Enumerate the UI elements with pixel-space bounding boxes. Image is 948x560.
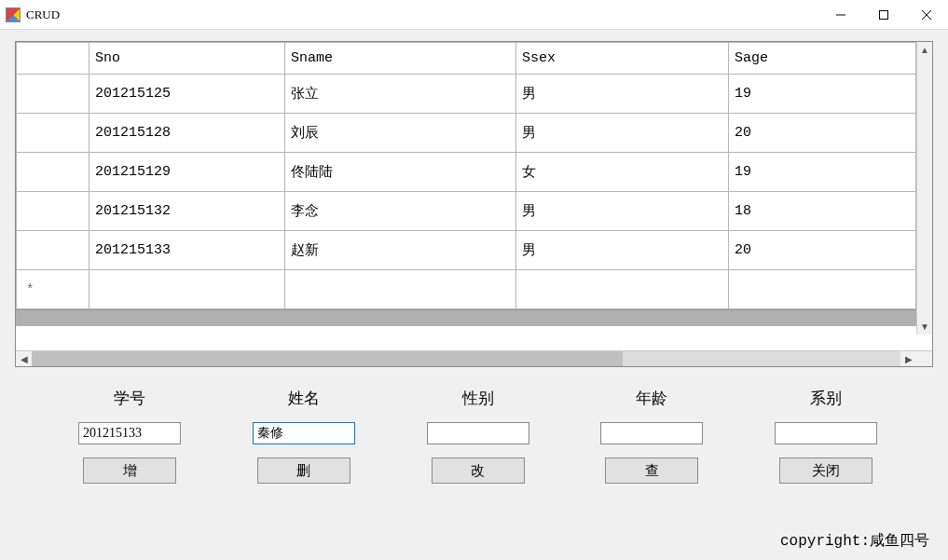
label-sdept: 系别 <box>810 388 842 409</box>
app-icon <box>6 7 21 22</box>
cell-sage[interactable]: 20 <box>729 231 916 270</box>
table-row[interactable]: 201215129 佟陆陆 女 19 <box>17 153 916 192</box>
close-button[interactable]: 关闭 <box>779 458 872 484</box>
scroll-down-icon[interactable]: ▼ <box>917 319 932 335</box>
svg-rect-1 <box>880 10 888 19</box>
scroll-right-icon[interactable]: ▶ <box>900 351 916 366</box>
label-sage: 年龄 <box>636 388 667 409</box>
cell-sname[interactable]: 佟陆陆 <box>285 153 516 192</box>
grid-vertical-scrollbar[interactable]: ▲ ▼ <box>916 42 932 335</box>
row-header[interactable] <box>17 192 89 231</box>
new-row[interactable]: * <box>17 270 916 309</box>
cell-sname[interactable] <box>285 270 516 309</box>
cell-ssex[interactable]: 男 <box>516 231 729 270</box>
form-area: 学号 增 姓名 删 性别 改 年龄 查 系别 关闭 <box>15 388 933 484</box>
row-header[interactable] <box>17 75 89 114</box>
cell-sname[interactable]: 赵新 <box>285 231 516 270</box>
label-sname: 姓名 <box>288 388 320 409</box>
table-row[interactable]: 201215128 刘辰 男 20 <box>17 114 916 153</box>
cell-sname[interactable]: 刘辰 <box>285 114 516 153</box>
scroll-up-icon[interactable]: ▲ <box>917 42 932 58</box>
cell-sno[interactable]: 201215128 <box>89 114 285 153</box>
cell-sno[interactable] <box>89 270 285 309</box>
col-header-ssex[interactable]: Ssex <box>516 43 729 75</box>
cell-ssex[interactable]: 男 <box>516 75 729 114</box>
col-header-sno[interactable]: Sno <box>89 43 285 75</box>
update-button[interactable]: 改 <box>432 458 525 484</box>
grid-filler <box>16 309 916 326</box>
data-grid-table: Sno Sname Ssex Sage 201215125 张立 男 19 <box>16 42 916 309</box>
input-sname[interactable] <box>253 422 355 444</box>
copyright-label: copyright:咸鱼四号 <box>780 531 929 551</box>
cell-sno[interactable]: 201215129 <box>89 153 285 192</box>
minimize-button[interactable] <box>819 0 862 30</box>
title-bar: CRUD <box>0 0 948 30</box>
window-title: CRUD <box>26 7 60 22</box>
table-row[interactable]: 201215132 李念 男 18 <box>17 192 916 231</box>
cell-ssex[interactable]: 男 <box>516 114 729 153</box>
col-header-sname[interactable]: Sname <box>285 43 516 75</box>
row-header[interactable] <box>17 153 89 192</box>
table-row[interactable]: 201215133 赵新 男 20 <box>17 231 916 270</box>
maximize-button[interactable] <box>862 0 905 30</box>
row-header[interactable] <box>17 231 89 270</box>
table-row[interactable]: 201215125 张立 男 19 <box>17 75 916 114</box>
input-sage[interactable] <box>600 422 703 444</box>
header-row: Sno Sname Ssex Sage <box>17 43 916 75</box>
add-button[interactable]: 增 <box>83 458 176 484</box>
cell-sage[interactable] <box>729 270 916 309</box>
rowheader-corner <box>17 43 89 75</box>
data-grid[interactable]: Sno Sname Ssex Sage 201215125 张立 男 19 <box>15 41 933 367</box>
form-col-sage: 年龄 查 <box>582 388 721 484</box>
scroll-corner <box>916 351 932 366</box>
scroll-left-icon[interactable]: ◀ <box>16 351 32 366</box>
scroll-h-track[interactable] <box>32 351 900 366</box>
cell-sno[interactable]: 201215133 <box>89 231 285 270</box>
new-row-marker[interactable]: * <box>17 270 89 309</box>
label-ssex: 性别 <box>462 388 494 409</box>
row-header[interactable] <box>17 114 89 153</box>
grid-horizontal-scrollbar[interactable]: ◀ ▶ <box>16 350 932 366</box>
cell-ssex[interactable]: 女 <box>516 153 729 192</box>
form-col-sname: 姓名 删 <box>234 388 374 484</box>
input-sno[interactable] <box>78 422 181 444</box>
form-col-sno: 学号 增 <box>60 388 199 484</box>
cell-ssex[interactable]: 男 <box>516 192 729 231</box>
cell-sno[interactable]: 201215125 <box>89 75 285 114</box>
cell-ssex[interactable] <box>516 270 729 309</box>
cell-sname[interactable]: 李念 <box>285 192 516 231</box>
form-col-ssex: 性别 改 <box>408 388 548 484</box>
delete-button[interactable]: 删 <box>257 458 350 484</box>
input-sdept[interactable] <box>775 422 877 444</box>
cell-sno[interactable]: 201215132 <box>89 192 285 231</box>
cell-sage[interactable]: 19 <box>729 75 916 114</box>
scroll-h-thumb[interactable] <box>32 351 623 366</box>
label-sno: 学号 <box>114 388 145 409</box>
form-col-sdept: 系别 关闭 <box>756 388 896 484</box>
query-button[interactable]: 查 <box>605 458 698 484</box>
client-area: Sno Sname Ssex Sage 201215125 张立 男 19 <box>0 30 948 560</box>
scroll-v-track[interactable] <box>917 58 932 319</box>
close-window-button[interactable] <box>905 0 948 30</box>
cell-sage[interactable]: 19 <box>729 153 916 192</box>
input-ssex[interactable] <box>427 422 529 444</box>
cell-sage[interactable]: 20 <box>729 114 916 153</box>
cell-sname[interactable]: 张立 <box>285 75 516 114</box>
cell-sage[interactable]: 18 <box>729 192 916 231</box>
col-header-sage[interactable]: Sage <box>729 43 916 75</box>
